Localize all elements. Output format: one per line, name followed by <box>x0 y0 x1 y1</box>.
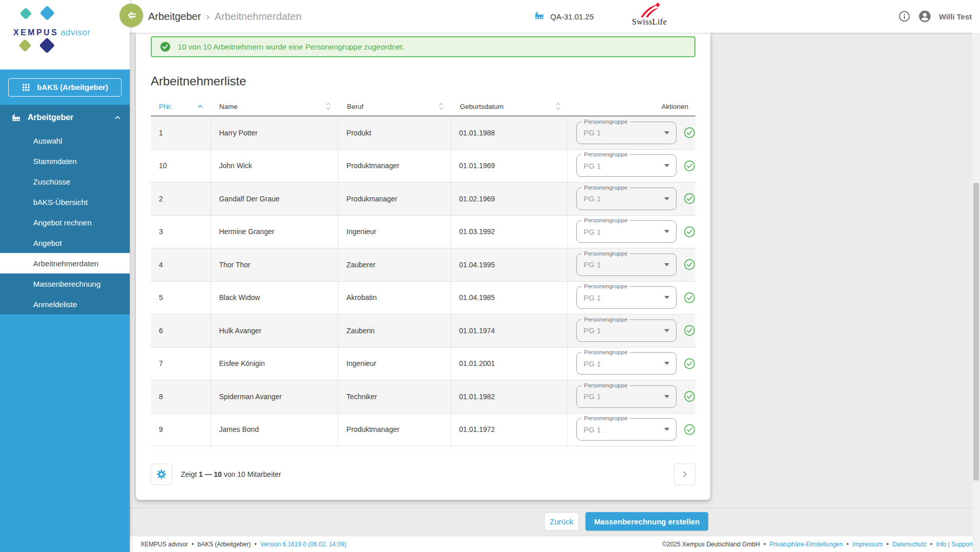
massenberechnung-erstellen-button[interactable]: Massenberechnung erstellen <box>586 512 708 531</box>
sidebar-item-massenberechnung[interactable]: Massenberechnung <box>0 273 130 294</box>
personengruppe-select-label: Personengruppe <box>581 250 630 257</box>
sidebar-workspace-section: bAKS (Arbeitgeber) <box>0 70 130 105</box>
sidebar-item-baks-bersicht[interactable]: bAKS-Übersicht <box>0 192 130 212</box>
assigned-check-icon <box>684 127 695 139</box>
personengruppe-select-value: PG 1 <box>584 326 664 335</box>
assigned-check-icon <box>684 160 695 172</box>
sidebar-menu: Arbeitgeber Auswahl Stammdaten Zuschüsse… <box>0 105 130 314</box>
personengruppe-select[interactable]: Personengruppe PG 1 <box>576 385 676 408</box>
scrollbar-track <box>972 33 980 552</box>
column-header-pnr[interactable]: PNr. <box>151 97 211 116</box>
sidebar-item-zusch-sse[interactable]: Zuschüsse <box>0 171 130 192</box>
column-header-geburtsdatum[interactable]: Geburtsdatum <box>452 97 569 116</box>
personengruppe-select[interactable]: Personengruppe PG 1 <box>576 286 676 309</box>
cell-beruf: Produkt <box>338 117 451 149</box>
back-button[interactable]: Zurück <box>544 512 579 531</box>
personengruppe-select[interactable]: Personengruppe PG 1 <box>576 122 676 144</box>
dropdown-arrow-icon <box>664 395 669 398</box>
assigned-check-icon <box>684 226 695 238</box>
dropdown-arrow-icon <box>664 362 669 365</box>
cell-pnr: 4 <box>151 248 211 281</box>
personengruppe-select[interactable]: Personengruppe PG 1 <box>576 154 676 177</box>
breadcrumb-root[interactable]: Arbeitgeber <box>148 11 201 22</box>
personengruppe-select[interactable]: Personengruppe PG 1 <box>576 418 676 441</box>
apps-grid-icon <box>21 83 31 92</box>
info-icon[interactable] <box>898 10 911 23</box>
brand-product: advisor <box>61 28 90 37</box>
dropdown-arrow-icon <box>664 230 669 233</box>
table-row: 4 Thor Thor Zauberer 01.04.1995 Personen… <box>151 248 695 282</box>
impressum-link[interactable]: Impressum <box>852 541 882 548</box>
cell-aktionen: Personengruppe PG 1 <box>568 248 695 281</box>
workspace-button-label: bAKS (Arbeitgeber) <box>37 83 108 91</box>
personengruppe-select-value: PG 1 <box>584 194 664 203</box>
brand-wordmark: XEMPUS <box>13 28 59 37</box>
employer-tag-label: QA-31.01.25 <box>550 12 594 21</box>
account-icon[interactable] <box>918 10 931 23</box>
privacy-settings-link[interactable]: Privatsphäre-Einstellungen <box>769 541 843 548</box>
personengruppe-select-label: Personengruppe <box>581 118 630 125</box>
sidebar-filler <box>0 314 130 552</box>
breadcrumb: Arbeitgeber › Arbeitnehmerdaten <box>148 0 301 33</box>
next-page-button[interactable] <box>674 464 695 485</box>
collapse-arrow-icon <box>125 9 138 22</box>
cell-aktionen: Personengruppe PG 1 <box>568 282 695 314</box>
sidebar-item-stammdaten[interactable]: Stammdaten <box>0 151 130 171</box>
column-header-beruf[interactable]: Beruf <box>339 97 452 116</box>
logo-diamond-blue-icon <box>40 6 55 21</box>
sidebar: XEMPUSadvisor bAKS (Arbeitgeber) <box>0 0 130 552</box>
sidebar-item-auswahl[interactable]: Auswahl <box>0 130 130 151</box>
personengruppe-select[interactable]: Personengruppe PG 1 <box>576 188 676 210</box>
personengruppe-select[interactable]: Personengruppe PG 1 <box>576 220 676 243</box>
table-row: 5 Black Widow Akrobatin 01.04.1985 Perso… <box>151 282 695 315</box>
scrollbar-thumb[interactable] <box>973 183 979 480</box>
cell-geburtsdatum: 01.01.1969 <box>451 150 568 182</box>
brand-logo: XEMPUSadvisor <box>0 0 130 70</box>
cell-aktionen: Personengruppe PG 1 <box>568 150 695 182</box>
version-link[interactable]: Version 6.1619.0 (06.02. 14:09) <box>261 541 346 548</box>
table-row: 8 Spiderman Avanger Techniker 01.01.1982… <box>151 380 695 413</box>
cell-aktionen: Personengruppe PG 1 <box>568 117 695 149</box>
sidebar-section-arbeitgeber[interactable]: Arbeitgeber <box>0 105 130 130</box>
personengruppe-select-value: PG 1 <box>584 359 664 368</box>
assigned-check-icon <box>684 424 695 435</box>
chevron-right-icon <box>680 470 689 479</box>
cell-aktionen: Personengruppe PG 1 <box>568 380 695 413</box>
dropdown-arrow-icon <box>664 296 669 299</box>
sidebar-collapse-button[interactable] <box>120 4 143 27</box>
assigned-check-icon <box>684 358 695 370</box>
sidebar-item-angebot-rechnen[interactable]: Angebot rechnen <box>0 212 130 233</box>
cell-beruf: Produktmanager <box>338 413 451 446</box>
chevron-up-icon <box>113 113 122 122</box>
sidebar-item-angebot[interactable]: Angebot <box>0 233 130 253</box>
datenschutz-link[interactable]: Datenschutz <box>893 541 927 548</box>
cell-geburtsdatum: 01.01.2001 <box>451 348 568 380</box>
cell-name: Spiderman Avanger <box>211 380 338 413</box>
cell-beruf: Akrobatin <box>338 282 451 314</box>
personengruppe-select[interactable]: Personengruppe PG 1 <box>576 352 676 375</box>
info-support-link[interactable]: Info | Support <box>936 541 973 548</box>
personengruppe-select[interactable]: Personengruppe PG 1 <box>576 319 676 342</box>
success-check-icon <box>160 41 171 52</box>
user-cluster: Willi Test <box>898 0 972 33</box>
table-row: 10 John Wick Produktmanager 01.01.1969 P… <box>151 150 695 183</box>
personengruppe-select-label: Personengruppe <box>581 184 630 191</box>
employer-tag[interactable]: QA-31.01.25 <box>534 0 594 33</box>
top-header: Arbeitgeber › Arbeitnehmerdaten QA-31.01… <box>0 0 980 33</box>
footer-copyright: ©2025 Xempus Deutschland GmbH <box>662 541 760 548</box>
personengruppe-select[interactable]: Personengruppe PG 1 <box>576 254 676 276</box>
dropdown-arrow-icon <box>664 329 669 332</box>
cell-beruf: Techniker <box>338 380 451 413</box>
workspace-button[interactable]: bAKS (Arbeitgeber) <box>8 78 122 97</box>
cell-aktionen: Personengruppe PG 1 <box>568 413 695 446</box>
cell-pnr: 6 <box>151 314 211 347</box>
user-name[interactable]: Willi Test <box>939 12 972 21</box>
bottom-divider <box>130 508 980 508</box>
cell-geburtsdatum: 01.01.1988 <box>451 117 568 149</box>
table-settings-button[interactable] <box>151 464 172 485</box>
cell-name: Thor Thor <box>211 248 338 281</box>
table-row: 2 Gandalf Der Graue Produkmanager 01.02.… <box>151 182 695 216</box>
sidebar-item-anmeldeliste[interactable]: Anmeldeliste <box>0 294 130 314</box>
sidebar-item-arbeitnehmerdaten[interactable]: Arbeitnehmerdaten <box>0 253 130 273</box>
column-header-name[interactable]: Name <box>211 97 339 116</box>
